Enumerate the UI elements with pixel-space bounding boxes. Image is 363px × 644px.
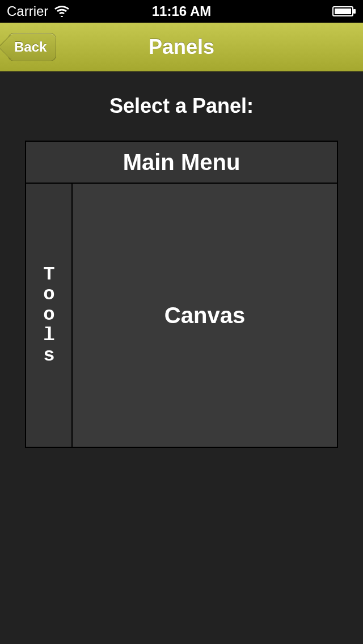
- panel-tools-label: Tools: [43, 265, 54, 366]
- carrier-label: Carrier: [7, 3, 48, 19]
- status-left: Carrier: [7, 3, 70, 19]
- wifi-icon: [54, 6, 70, 17]
- panel-main-menu[interactable]: Main Menu: [26, 142, 337, 183]
- panel-main-menu-label: Main Menu: [123, 150, 240, 175]
- status-time: 11:16 AM: [152, 3, 211, 19]
- content-area: Select a Panel: Main Menu Tools Canvas: [0, 71, 363, 471]
- svg-rect-1: [335, 9, 351, 14]
- panel-selector-grid: Main Menu Tools Canvas: [25, 141, 338, 448]
- panel-tools[interactable]: Tools: [26, 184, 71, 447]
- svg-rect-2: [353, 9, 356, 14]
- back-button[interactable]: Back: [8, 33, 56, 61]
- page-title: Panels: [149, 35, 214, 59]
- panel-canvas-label: Canvas: [164, 303, 245, 328]
- status-bar: Carrier 11:16 AM: [0, 0, 363, 23]
- navigation-bar: Back Panels: [0, 23, 363, 71]
- back-button-label: Back: [14, 39, 47, 55]
- subtitle-label: Select a Panel:: [25, 94, 338, 118]
- panel-canvas[interactable]: Canvas: [73, 184, 337, 447]
- battery-icon: [332, 6, 356, 16]
